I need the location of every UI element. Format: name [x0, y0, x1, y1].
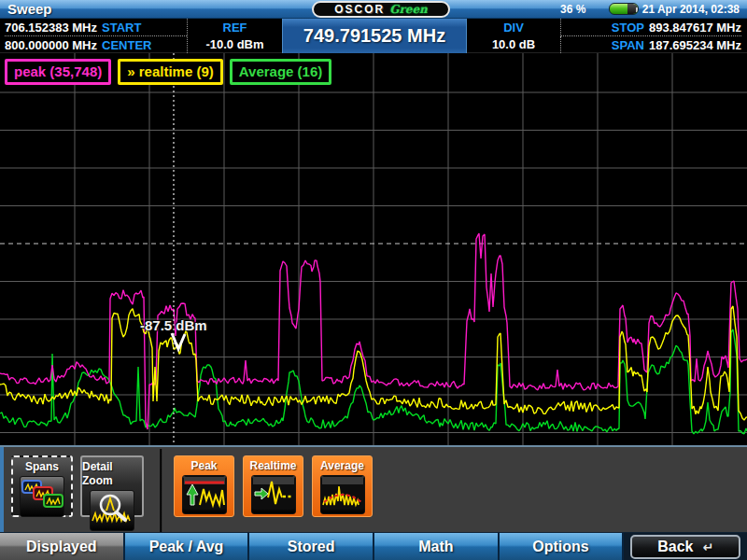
start-row: 706.152383 MHz START [5, 19, 187, 36]
legend-peak-label: peak (35,748) [14, 63, 102, 79]
menu-math[interactable]: Math [374, 533, 500, 560]
span-row: SPAN 187.695234 MHz [560, 36, 741, 53]
menu-displayed-label: Displayed [26, 539, 97, 555]
start-center-cell[interactable]: 706.152383 MHz START 800.000000 MHz CENT… [0, 19, 187, 53]
spectrum-graph-area[interactable]: peak (35,748) » realtime (9) Average (16… [0, 53, 747, 445]
function-toolbar: Spans Detail Zoom [0, 445, 747, 532]
logo-brand-text: OSCOR [334, 3, 385, 16]
spans-icon [20, 476, 64, 517]
menu-stored-label: Stored [288, 539, 335, 555]
menu-stored[interactable]: Stored [249, 533, 374, 560]
back-button[interactable]: Back ↵ [630, 535, 740, 559]
legend-realtime-label: realtime (9) [139, 63, 214, 79]
realtime-trace-button[interactable]: Realtime [243, 455, 303, 517]
realtime-button-label: Realtime [249, 459, 296, 473]
center-value: 800.000000 MHz [5, 38, 97, 52]
spans-button-label: Spans [25, 460, 59, 474]
menu-peak-avg-label: Peak / Avg [149, 539, 224, 555]
window-title: Sweep [7, 1, 52, 17]
battery-percent: 36 % [560, 3, 585, 16]
average-trace-button[interactable]: Average [312, 455, 373, 517]
marker-readout: -87.5 dBm [140, 317, 207, 333]
menu-options[interactable]: Options [500, 533, 625, 560]
battery-icon [609, 3, 639, 15]
start-value: 706.152383 MHz [5, 21, 97, 35]
return-arrow-icon: ↵ [702, 539, 713, 554]
spectrum-plot [0, 53, 747, 445]
tuned-frequency-value: 749.791525 MHz [303, 25, 445, 47]
legend-average[interactable]: Average (16) [230, 59, 332, 85]
datetime: 21 Apr 2014, 02:38 [642, 3, 740, 16]
battery-tip [636, 7, 639, 12]
menu-math-label: Math [418, 539, 453, 555]
oscor-screen: Sweep OSCOR Green 36 % 21 Apr 2014, 02:3… [0, 0, 747, 560]
tuned-frequency-cell[interactable]: 749.791525 MHz [282, 19, 467, 53]
div-label: DIV [503, 21, 524, 35]
detail-zoom-button-label: Detail Zoom [82, 460, 142, 488]
legend-average-label: Average (16) [239, 63, 323, 79]
span-label: SPAN [612, 38, 644, 52]
ref-cell[interactable]: REF -10.0 dBm [187, 19, 282, 53]
ref-label: REF [223, 21, 247, 35]
bottom-menu-bar: Displayed Peak / Avg Stored Math Options… [0, 532, 747, 560]
active-trace-marker-icon: » [127, 63, 134, 79]
toolbar-edge-strip [0, 447, 4, 534]
oscor-logo: OSCOR Green [312, 1, 450, 18]
average-button-label: Average [320, 459, 364, 473]
menu-back-area: Back ↵ [624, 533, 747, 560]
legend-realtime[interactable]: » realtime (9) [118, 59, 223, 85]
center-label: CENTER [102, 38, 151, 52]
title-bar: Sweep OSCOR Green 36 % 21 Apr 2014, 02:3… [0, 0, 747, 19]
trace-legend: peak (35,748) » realtime (9) Average (16… [5, 59, 331, 85]
back-button-label: Back [657, 539, 693, 555]
detail-zoom-button[interactable]: Detail Zoom [80, 455, 144, 517]
div-cell[interactable]: DIV 10.0 dB [467, 19, 560, 53]
stop-value: 893.847617 MHz [649, 21, 741, 35]
stop-label: STOP [612, 21, 644, 35]
ref-value: -10.0 dBm [205, 37, 263, 51]
detail-zoom-icon [90, 490, 134, 531]
spans-button[interactable]: Spans [11, 455, 73, 517]
frequency-header: 706.152383 MHz START 800.000000 MHz CENT… [0, 19, 747, 53]
realtime-icon [251, 475, 296, 514]
legend-peak[interactable]: peak (35,748) [5, 59, 111, 85]
stop-row: STOP 893.847617 MHz [560, 19, 741, 36]
logo-model-text: Green [389, 3, 428, 16]
stop-span-cell[interactable]: STOP 893.847617 MHz SPAN 187.695234 MHz [560, 19, 747, 53]
menu-options-label: Options [532, 539, 588, 555]
peak-icon [182, 475, 227, 514]
start-label: START [102, 21, 141, 35]
div-value: 10.0 dB [492, 37, 535, 51]
toolbar-divider [160, 449, 162, 532]
menu-peak-avg[interactable]: Peak / Avg [125, 533, 250, 560]
peak-trace-button[interactable]: Peak [174, 455, 234, 517]
center-row: 800.000000 MHz CENTER [5, 36, 187, 53]
peak-button-label: Peak [190, 459, 217, 473]
span-value: 187.695234 MHz [649, 38, 741, 52]
menu-displayed[interactable]: Displayed [0, 533, 125, 560]
average-icon [320, 475, 365, 514]
